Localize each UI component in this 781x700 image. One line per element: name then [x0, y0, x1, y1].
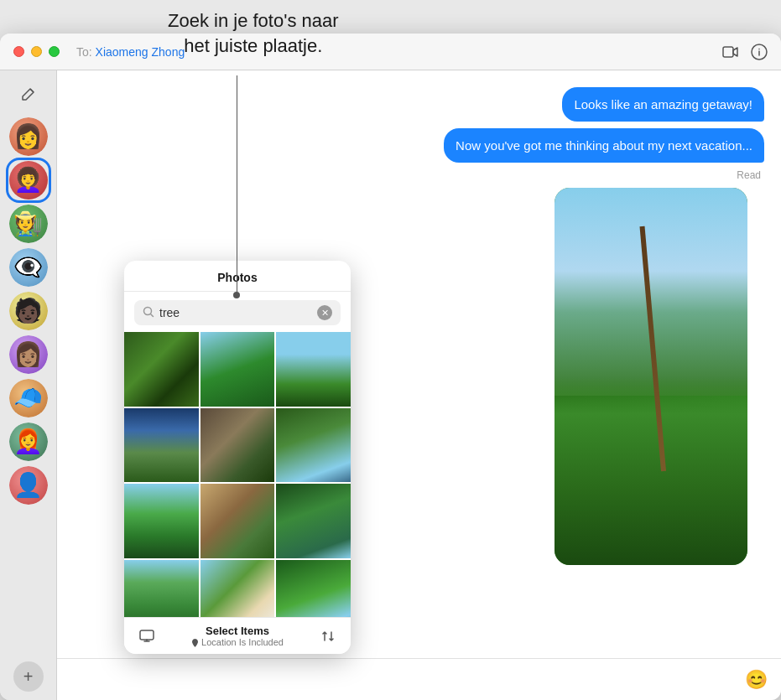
select-items-label: Select Items [159, 625, 315, 637]
callout-line1: Zoek in je foto's naar [168, 10, 339, 31]
titlebar: To: Xiaomeng Zhong [0, 34, 781, 70]
message-bubble: Looks like an amazing getaway! [562, 87, 764, 122]
search-bar: ✕ [134, 300, 341, 325]
photo-thumbnail[interactable] [200, 484, 275, 558]
sidebar-item-contact-8[interactable]: 👩‍🦰 [9, 423, 48, 461]
photo-thumbnail[interactable] [124, 484, 199, 558]
photos-popover: Photos ✕ [124, 261, 351, 654]
to-label: To: [76, 45, 92, 59]
photo-bubble [555, 188, 747, 565]
message-row: Now you've got me thinking about my next… [74, 128, 764, 163]
minimize-button[interactable] [31, 46, 42, 57]
callout-line-indicator [237, 75, 237, 293]
message-row: Looks like an amazing getaway! [74, 87, 764, 122]
photo-thumbnail[interactable] [276, 484, 351, 558]
photo-thumbnail[interactable] [276, 560, 351, 617]
sidebar-item-contact-4[interactable]: 👁️‍🗨️ [9, 248, 48, 287]
titlebar-actions [722, 44, 768, 60]
photo-thumbnail[interactable] [124, 560, 199, 617]
photos-search-input[interactable] [159, 306, 312, 319]
photo-thumbnail[interactable] [200, 408, 275, 483]
chat-input-row: 😊 [57, 658, 781, 700]
main-window: To: Xiaomeng Zhong [0, 34, 781, 700]
callout-dot [233, 292, 240, 298]
recipient-name: Xiaomeng Zhong [96, 45, 185, 59]
emoji-button[interactable]: 😊 [745, 669, 768, 691]
thumb-image [200, 484, 275, 558]
add-label: + [23, 667, 34, 687]
photo-thumbnail[interactable] [276, 332, 351, 407]
photo-thumbnail[interactable] [200, 332, 275, 407]
sidebar-item-contact-3[interactable]: 🧑‍🌾 [9, 205, 48, 243]
thumb-image [124, 332, 199, 407]
sidebar-item-contact-7[interactable]: 🧢 [9, 379, 48, 417]
thumb-image [124, 408, 199, 483]
monitor-icon-button[interactable] [134, 624, 159, 649]
photo-thumbnail[interactable] [276, 408, 351, 483]
search-clear-button[interactable]: ✕ [317, 305, 332, 320]
popover-footer: Select Items Location Is Included [124, 617, 351, 654]
main-content: 👩 👩‍🦱 🧑‍🌾 👁️‍🗨️ 🧑🏿 👩🏽 🧢 👩‍🦰 [0, 70, 781, 700]
video-call-button[interactable] [722, 44, 739, 60]
thumb-image [276, 408, 351, 483]
footer-center: Select Items Location Is Included [159, 625, 315, 647]
sidebar: 👩 👩‍🦱 🧑‍🌾 👁️‍🗨️ 🧑🏿 👩🏽 🧢 👩‍🦰 [0, 70, 57, 700]
thumb-image [200, 408, 275, 483]
thumb-image [276, 332, 351, 407]
photo-thumbnail[interactable] [124, 332, 199, 407]
thumb-image [276, 560, 351, 617]
photo-decoration [639, 226, 665, 471]
svg-rect-0 [723, 47, 733, 57]
add-conversation-button[interactable]: + [13, 661, 44, 692]
traffic-lights [13, 46, 60, 57]
sort-button[interactable] [315, 624, 341, 649]
photos-grid [124, 332, 351, 617]
svg-point-2 [758, 48, 760, 49]
to-field: To: Xiaomeng Zhong [76, 45, 185, 59]
read-receipt: Read [74, 169, 764, 181]
sidebar-item-contact-5[interactable]: 🧑🏿 [9, 292, 48, 330]
message-bubble: Now you've got me thinking about my next… [444, 128, 764, 163]
search-icon [143, 306, 154, 320]
photo-thumbnail[interactable] [124, 408, 199, 483]
sidebar-item-contact-active[interactable]: 👩‍🦱 [9, 161, 48, 200]
thumb-image [124, 484, 199, 558]
close-button[interactable] [13, 46, 24, 57]
sidebar-item-contact-9[interactable]: 👤 [9, 466, 48, 505]
compose-button[interactable] [13, 79, 44, 109]
photo-thumbnail[interactable] [200, 560, 275, 617]
chat-area: Looks like an amazing getaway! Now you'v… [57, 70, 781, 700]
info-button[interactable] [751, 44, 768, 60]
svg-rect-4 [140, 630, 154, 640]
thumb-image [200, 332, 275, 407]
location-label: Location Is Included [159, 637, 315, 647]
thumb-image [276, 484, 351, 558]
popover-title: Photos [124, 261, 351, 292]
thumb-image [124, 560, 199, 617]
sidebar-item-contact-1[interactable]: 👩 [9, 117, 48, 156]
thumb-image [200, 560, 275, 617]
fullscreen-button[interactable] [49, 46, 60, 57]
sidebar-item-contact-6[interactable]: 👩🏽 [9, 335, 48, 374]
clear-icon: ✕ [321, 308, 329, 319]
